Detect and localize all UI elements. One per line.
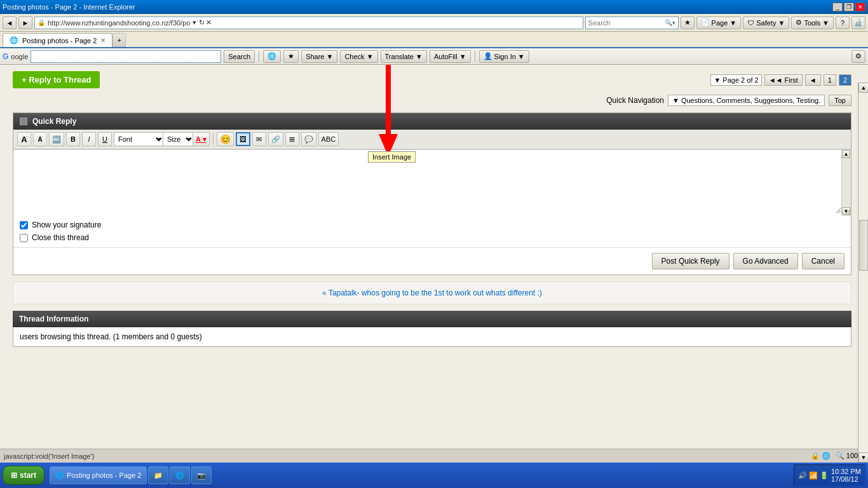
- insert-quote-button[interactable]: 💬: [301, 132, 316, 146]
- bold-button[interactable]: B: [66, 132, 80, 146]
- signin-button[interactable]: 👤 Sign In ▼: [479, 50, 529, 63]
- thread-info-title: Thread Information: [19, 315, 88, 323]
- size-select[interactable]: Size 8 10 12 14: [163, 132, 194, 146]
- search-input[interactable]: [588, 19, 665, 27]
- address-dropdown-icon[interactable]: ▾: [193, 18, 196, 27]
- close-button[interactable]: ✕: [855, 3, 865, 11]
- app-taskbar-button[interactable]: 📷: [191, 466, 212, 484]
- cancel-button[interactable]: Cancel: [802, 253, 844, 269]
- insert-email-button[interactable]: ✉: [252, 132, 266, 146]
- check-button[interactable]: Check ▼: [340, 50, 377, 63]
- favorites-button[interactable]: ★: [681, 17, 695, 29]
- google-search-input[interactable]: [34, 53, 205, 60]
- font-color-remove-button[interactable]: 🔤: [49, 132, 64, 146]
- search-box[interactable]: 🔍 ▾: [585, 17, 679, 29]
- show-signature-row[interactable]: Show your signature: [20, 220, 844, 229]
- font-select[interactable]: Font Arial Times New Roman Courier New: [114, 132, 165, 146]
- spell-check-button[interactable]: ABC: [318, 132, 339, 146]
- title-bar: Posting photos - Page 2 - Internet Explo…: [0, 0, 868, 14]
- nav-bar: ◄ ► 🔒 http://www.nzhuntingandshooting.co…: [0, 14, 868, 32]
- translate-button[interactable]: Translate ▼: [381, 50, 427, 63]
- scroll-down-button[interactable]: ▼: [858, 452, 868, 463]
- editor-scrollbar: ▲ ▼: [841, 150, 851, 215]
- restore-button[interactable]: ❐: [844, 3, 854, 11]
- thread-info-section: Thread Information users browsing this t…: [13, 311, 851, 347]
- toolbar-separator-1: [259, 51, 259, 62]
- tab-close-button[interactable]: ✕: [100, 37, 105, 44]
- address-stop-icon[interactable]: ✕: [206, 18, 212, 27]
- forward-button[interactable]: ►: [18, 17, 32, 29]
- bing-button[interactable]: 🌐: [263, 50, 281, 63]
- explorer-icon: 📁: [154, 471, 163, 480]
- editor-separator-1: [213, 133, 214, 145]
- search-dropdown-icon[interactable]: ▾: [672, 20, 675, 26]
- insert-table-button[interactable]: ⊞: [285, 132, 299, 146]
- smiley-button[interactable]: 😊: [217, 132, 234, 146]
- insert-image-button[interactable]: 🖼: [236, 132, 250, 146]
- text-color-button[interactable]: A ▾: [193, 132, 210, 146]
- tapatalk-link[interactable]: « Tapatalk- whos going to be the 1st to …: [322, 288, 542, 297]
- page-dropdown-label: ▼ Page 2 of 2: [714, 76, 758, 84]
- resize-handle[interactable]: [843, 208, 851, 215]
- safety-menu-button[interactable]: 🛡 Safety ▼: [743, 17, 789, 29]
- favorites-toolbar-btn[interactable]: ★: [283, 50, 299, 63]
- ie-second-taskbar-button[interactable]: 🌐: [170, 466, 190, 484]
- go-advanced-button[interactable]: Go Advanced: [733, 253, 798, 269]
- autofill-button[interactable]: AutoFill ▼: [430, 50, 471, 63]
- address-refresh-icon[interactable]: ↻: [199, 18, 205, 27]
- minimize-button[interactable]: _: [832, 3, 843, 11]
- search-button[interactable]: 🔍: [665, 19, 672, 26]
- reply-textarea[interactable]: [13, 150, 841, 214]
- back-button[interactable]: ◄: [3, 17, 17, 29]
- status-bar: javascript:void('Insert Image') 🔒 🌐 🔍 10…: [0, 449, 868, 463]
- taskbar: ⊞ start 🌐 Posting photos - Page 2 📁 🌐 📷 …: [0, 463, 868, 488]
- insert-image-icon: 🖼: [240, 135, 247, 143]
- underline-button[interactable]: U: [98, 132, 112, 146]
- page-icon: 📄: [701, 18, 710, 27]
- post-quick-reply-button[interactable]: Post Quick Reply: [652, 253, 729, 269]
- quick-nav-dropdown[interactable]: ▼ Questions, Comments, Suggestions, Test…: [668, 95, 825, 106]
- font-size-decrease-button[interactable]: A: [33, 132, 47, 146]
- new-tab-button[interactable]: +: [112, 33, 125, 47]
- reply-to-thread-button[interactable]: + Reply to Thread: [13, 71, 100, 88]
- ie-taskbar-button[interactable]: 🌐 Posting photos - Page 2: [50, 466, 147, 484]
- page-1-button[interactable]: 1: [824, 74, 836, 86]
- page-content: + Reply to Thread ▼ Page 2 of 2 ◄◄ First…: [0, 65, 868, 449]
- share-button[interactable]: Share ▼: [301, 50, 337, 63]
- settings-button[interactable]: ⚙: [851, 50, 865, 63]
- page-2-button[interactable]: 2: [839, 74, 851, 86]
- close-thread-row[interactable]: Close this thread: [20, 233, 844, 242]
- top-button[interactable]: Top: [829, 95, 851, 106]
- start-label: start: [20, 471, 36, 480]
- show-signature-checkbox[interactable]: [20, 221, 28, 229]
- clock-date: 17/08/12: [831, 475, 861, 483]
- address-bar[interactable]: 🔒 http://www.nzhuntingandshooting.co.nz/…: [34, 17, 583, 29]
- ie-taskbar-icon: 🌐: [55, 471, 64, 480]
- active-tab[interactable]: 🌐 Posting photos - Page 2 ✕: [3, 33, 112, 47]
- explorer-taskbar-button[interactable]: 📁: [148, 466, 168, 484]
- page-dropdown[interactable]: ▼ Page 2 of 2: [710, 74, 761, 86]
- close-thread-checkbox[interactable]: [20, 234, 28, 242]
- page-menu-button[interactable]: 📄 Page ▼: [696, 17, 742, 29]
- scroll-up-button[interactable]: ▲: [858, 83, 868, 93]
- thread-info-users: users browsing this thread.: [20, 332, 111, 341]
- title-bar-text: Posting photos - Page 2 - Internet Explo…: [3, 3, 135, 11]
- start-button[interactable]: ⊞ start: [3, 466, 44, 485]
- tab-favicon: 🌐: [10, 36, 18, 44]
- tools-menu-button[interactable]: ⚙ Tools ▼: [791, 17, 834, 29]
- italic-button[interactable]: I: [82, 132, 96, 146]
- scroll-up-btn[interactable]: ▲: [842, 150, 850, 158]
- status-right: 🔒 🌐 🔍 100%: [811, 452, 864, 460]
- scroll-thumb[interactable]: [859, 220, 868, 271]
- research-button[interactable]: 🔬: [851, 17, 865, 29]
- quick-nav-dropdown-label: ▼ Questions, Comments, Suggestions, Test…: [672, 97, 820, 104]
- insert-link-button[interactable]: 🔗: [268, 132, 283, 146]
- help-button[interactable]: ?: [836, 17, 850, 29]
- font-size-increase-button[interactable]: A: [17, 132, 31, 146]
- quick-reply-header: Quick Reply: [13, 113, 851, 130]
- scroll-track: [842, 158, 851, 207]
- prev-page-button[interactable]: ◄: [805, 74, 821, 86]
- google-search-button[interactable]: Search: [224, 50, 255, 63]
- first-page-button[interactable]: ◄◄ First: [764, 74, 803, 86]
- bottom-link-section: « Tapatalk- whos going to be the 1st to …: [13, 281, 851, 304]
